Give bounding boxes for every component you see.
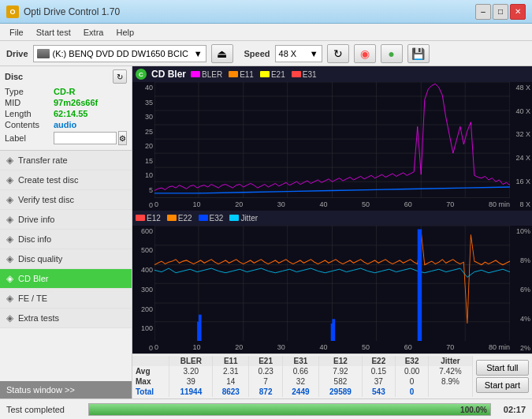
stats-total-e12: 29589 bbox=[319, 387, 363, 397]
menu-start-test[interactable]: Start test bbox=[30, 26, 77, 39]
disc-label-settings-button[interactable]: ⚙ bbox=[118, 131, 127, 145]
sidebar-item-disc-info[interactable]: ◈ Disc info bbox=[0, 230, 132, 249]
cd-bler-icon: ◈ bbox=[6, 273, 13, 284]
window-controls: – □ ✕ bbox=[475, 4, 526, 20]
disc-contents-value: audio bbox=[54, 120, 76, 129]
bottom-chart: 600 500 400 300 200 100 0 10% 8% 6% 4% 2… bbox=[132, 226, 532, 354]
y-label-24x: 24 X bbox=[510, 154, 532, 162]
stats-avg-e31: 0.66 bbox=[282, 366, 318, 376]
bx-label-50: 50 bbox=[362, 343, 370, 351]
bx-label-40: 40 bbox=[319, 343, 327, 351]
save-button[interactable]: 💾 bbox=[407, 44, 430, 63]
menu-extra[interactable]: Extra bbox=[77, 26, 110, 39]
bottom-chart-canvas bbox=[154, 226, 510, 342]
x-label-30: 30 bbox=[277, 200, 285, 208]
y-label-25: 25 bbox=[132, 128, 154, 136]
stats-col-e31: E31 bbox=[282, 356, 318, 366]
legend-e12: E12 bbox=[136, 214, 161, 223]
sidebar-item-create-test-disc[interactable]: ◈ Create test disc bbox=[0, 170, 132, 190]
refresh-button[interactable]: ↻ bbox=[327, 44, 349, 63]
legend-e11-color bbox=[229, 71, 238, 77]
stats-max-label: Max bbox=[132, 376, 169, 387]
legend-e12-label: E12 bbox=[147, 214, 161, 223]
drive-dropdown-icon: ▼ bbox=[194, 49, 203, 58]
disc-contents-row: Contents audio bbox=[5, 120, 127, 129]
status-bar: Test completed 100.0% 02:17 bbox=[0, 398, 532, 419]
disc-length-value: 62:14.55 bbox=[54, 109, 87, 118]
sidebar-item-disc-quality[interactable]: ◈ Disc quality bbox=[0, 249, 132, 269]
drive-name: (K:) BENQ DVD DD DW1650 BCIC bbox=[53, 49, 188, 58]
sidebar-item-verify-test-disc[interactable]: ◈ Verify test disc bbox=[0, 190, 132, 210]
fe-te-icon: ◈ bbox=[6, 293, 13, 304]
svg-rect-38 bbox=[418, 229, 422, 341]
maximize-button[interactable]: □ bbox=[493, 4, 508, 20]
title-bar-left: O Opti Drive Control 1.70 bbox=[6, 6, 120, 18]
chart-title: CD Bler bbox=[151, 69, 186, 80]
stats-total-bler: 11944 bbox=[169, 387, 213, 397]
sidebar-item-fe-te[interactable]: ◈ FE / TE bbox=[0, 289, 132, 309]
stats-total-e22: 543 bbox=[362, 387, 395, 397]
sidebar-label-create-test-disc: Create test disc bbox=[18, 175, 78, 185]
stats-avg-e11: 2.31 bbox=[213, 366, 249, 376]
write-button[interactable]: ● bbox=[381, 44, 403, 63]
legend-jitter-label: Jitter bbox=[240, 214, 258, 223]
extra-tests-icon: ◈ bbox=[6, 312, 13, 324]
disc-label-row: Label ⚙ bbox=[5, 131, 127, 145]
bx-label-10: 10 bbox=[193, 343, 201, 351]
stats-col-e11: E11 bbox=[213, 356, 249, 366]
start-full-button[interactable]: Start full bbox=[476, 360, 529, 376]
disc-mid-row: MID 97m26s66f bbox=[5, 98, 127, 107]
x-label-40: 40 bbox=[319, 200, 327, 208]
svg-rect-35 bbox=[199, 314, 202, 341]
start-part-button[interactable]: Start part bbox=[476, 377, 529, 393]
sidebar-item-extra-tests[interactable]: ◈ Extra tests bbox=[0, 309, 132, 328]
y-label-300: 300 bbox=[132, 286, 154, 294]
legend-e31-label: E31 bbox=[303, 70, 317, 79]
app-icon: O bbox=[6, 6, 19, 18]
eject-button[interactable]: ⏏ bbox=[211, 44, 233, 63]
menu-file[interactable]: File bbox=[3, 26, 30, 39]
stats-total-jitter bbox=[429, 387, 473, 397]
speed-select[interactable]: 48 X ▼ bbox=[275, 45, 322, 62]
y-label-100: 100 bbox=[132, 324, 154, 332]
stats-total-label: Total bbox=[132, 387, 169, 397]
speed-dropdown-icon: ▼ bbox=[310, 49, 318, 58]
stats-avg-e12: 7.92 bbox=[319, 366, 363, 376]
stats-total-e31: 2449 bbox=[282, 387, 318, 397]
menu-help[interactable]: Help bbox=[110, 26, 140, 39]
x-label-80min: 80 min bbox=[489, 200, 510, 208]
disc-label-input[interactable] bbox=[54, 132, 117, 144]
y-label-4pct: 4% bbox=[510, 315, 532, 323]
y-label-6pct: 6% bbox=[510, 286, 532, 294]
legend-e21-label: E21 bbox=[271, 70, 285, 79]
progress-bar: 100.0% bbox=[88, 403, 491, 416]
sidebar-item-cd-bler[interactable]: ◈ CD Bler bbox=[0, 269, 132, 289]
y-label-16x: 16 X bbox=[510, 178, 532, 185]
status-window-button[interactable]: Status window >> bbox=[0, 381, 132, 398]
bx-label-30: 30 bbox=[277, 343, 285, 351]
status-text: Test completed bbox=[6, 405, 85, 414]
y-label-30: 30 bbox=[132, 113, 154, 121]
close-button[interactable]: ✕ bbox=[510, 4, 526, 20]
stats-col-bler: BLER bbox=[169, 356, 213, 366]
x-label-20: 20 bbox=[235, 200, 243, 208]
legend-e31-color bbox=[292, 71, 301, 77]
y-label-5: 5 bbox=[132, 186, 154, 194]
stats-col-jitter: Jitter bbox=[429, 356, 473, 366]
sidebar-item-transfer-rate[interactable]: ◈ Transfer rate bbox=[0, 151, 132, 170]
top-chart-y-axis: 40 35 30 25 20 15 10 5 0 bbox=[132, 82, 154, 211]
y-label-48x: 48 X bbox=[510, 84, 532, 92]
legend-jitter: Jitter bbox=[229, 214, 258, 223]
minimize-button[interactable]: – bbox=[475, 4, 491, 20]
disc-refresh-button[interactable]: ↻ bbox=[113, 69, 127, 84]
legend-e11-label: E11 bbox=[240, 70, 254, 79]
stats-table: BLER E11 E21 E31 E12 E22 E32 Jitter Avg bbox=[132, 356, 473, 397]
bx-label-80min: 80 min bbox=[489, 343, 510, 351]
speed-label: Speed bbox=[244, 49, 270, 58]
y-label-0b: 0 bbox=[132, 344, 154, 352]
erase-button[interactable]: ◉ bbox=[354, 44, 376, 63]
drive-select[interactable]: (K:) BENQ DVD DD DW1650 BCIC ▼ bbox=[33, 45, 206, 62]
drive-info-icon: ◈ bbox=[6, 214, 13, 225]
sidebar-item-drive-info[interactable]: ◈ Drive info bbox=[0, 210, 132, 230]
y-label-15: 15 bbox=[132, 157, 154, 165]
